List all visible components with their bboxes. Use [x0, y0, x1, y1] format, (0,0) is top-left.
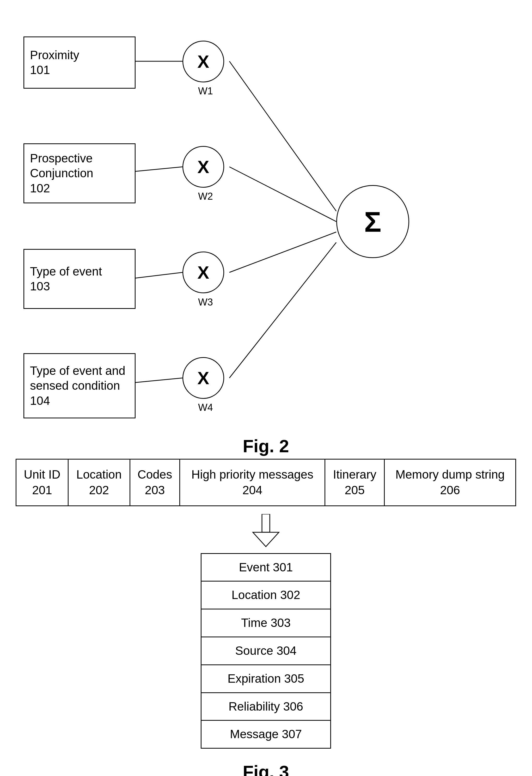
- x-node-4: X: [182, 357, 224, 399]
- svg-line-7: [229, 242, 336, 378]
- svg-line-1: [129, 167, 182, 172]
- col-high-priority: High priority messages 204: [180, 459, 325, 506]
- sub-row-location: Location 302: [201, 581, 331, 609]
- fig3-label: Fig. 3: [16, 762, 516, 776]
- x-node-1: X: [182, 41, 224, 82]
- fig2-label: Fig. 2: [16, 436, 516, 456]
- sub-row-source: Source 304: [201, 637, 331, 665]
- sub-row-expiration: Expiration 305: [201, 665, 331, 693]
- x-node-2: X: [182, 146, 224, 188]
- input-box-type-of-event: Type of event 103: [23, 249, 136, 309]
- svg-marker-9: [253, 532, 279, 547]
- svg-line-6: [229, 232, 336, 272]
- input-box-prospective-conjunction: Prospective Conjunction 102: [23, 143, 136, 203]
- col-unit-id: Unit ID 201: [16, 459, 68, 506]
- svg-line-2: [129, 272, 182, 279]
- data-table: Unit ID 201 Location 202 Codes 203 High …: [16, 459, 516, 506]
- sub-row-time: Time 303: [201, 609, 331, 637]
- sub-row-reliability: Reliability 306: [201, 693, 331, 721]
- col-location: Location 202: [68, 459, 130, 506]
- fig2-diagram: Proximity 101 Prospective Conjunction 10…: [16, 16, 516, 459]
- fig3-diagram: Unit ID 201 Location 202 Codes 203 High …: [16, 459, 516, 776]
- weight-label-3: W3: [198, 297, 213, 308]
- svg-line-5: [229, 167, 336, 222]
- arrow-container: [16, 514, 516, 548]
- sigma-node: Σ: [336, 185, 409, 258]
- svg-line-3: [129, 378, 182, 383]
- sub-table: Event 301 Location 302 Time 303 Source 3…: [201, 553, 331, 749]
- arrow-down-svg: [250, 514, 282, 548]
- col-memory-dump: Memory dump string 206: [384, 459, 516, 506]
- x-node-3: X: [182, 251, 224, 293]
- sub-row-event: Event 301: [201, 553, 331, 581]
- weight-label-4: W4: [198, 402, 213, 413]
- col-itinerary: Itinerary 205: [325, 459, 384, 506]
- input-box-proximity: Proximity 101: [23, 36, 136, 88]
- col-codes: Codes 203: [130, 459, 180, 506]
- svg-rect-8: [262, 514, 270, 532]
- weight-label-1: W1: [198, 85, 213, 97]
- input-box-type-event-sensed: Type of event and sensed condition 104: [23, 353, 136, 418]
- sub-row-message: Message 307: [201, 721, 331, 748]
- svg-line-4: [229, 61, 336, 211]
- weight-label-2: W2: [198, 191, 213, 202]
